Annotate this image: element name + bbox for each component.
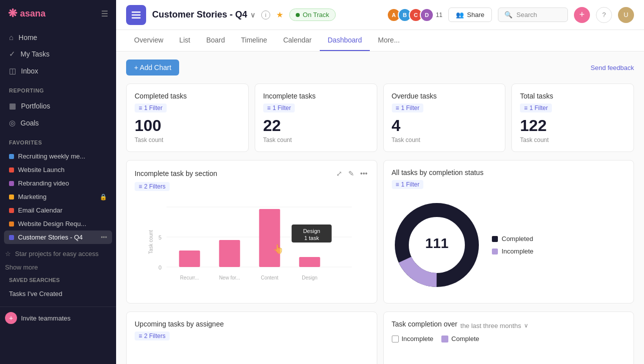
tab-board[interactable]: Board xyxy=(198,30,233,51)
legend-label: Incomplete xyxy=(502,248,534,255)
share-button[interactable]: 👥 Share xyxy=(448,8,492,22)
add-chart-label: + Add Chart xyxy=(134,64,171,72)
sidebar-item-fav-7[interactable]: Customer Stories - Q4 ••• xyxy=(4,230,112,244)
sidebar: ❋ asana ☰ ⌂ Home ✓ My Tasks ◫ Inbox Repo… xyxy=(0,0,116,364)
invite-teammates-button[interactable]: + Invite teammates xyxy=(0,306,116,329)
user-avatar[interactable]: U xyxy=(618,7,634,23)
project-icon xyxy=(126,5,146,25)
svg-rect-0 xyxy=(132,12,141,13)
color-dot xyxy=(9,154,14,159)
status-badge[interactable]: On Track xyxy=(289,8,336,21)
tasks-created-label: Tasks I've Created xyxy=(9,290,63,298)
filter-icon: ≡ xyxy=(139,332,142,340)
svg-text:Recurr...: Recurr... xyxy=(180,275,199,280)
sidebar-header: ❋ asana ☰ xyxy=(0,0,116,27)
help-button[interactable]: ? xyxy=(596,7,612,23)
chevron-down-icon[interactable]: ∨ xyxy=(250,11,255,19)
asana-dot-icon: ❋ xyxy=(8,7,17,20)
expand-icon[interactable]: ⤢ xyxy=(335,168,343,178)
completion-chart-header: Task completion over the last three mont… xyxy=(392,320,626,331)
page-header: Customer Stories - Q4 ∨ i ★ On Track A B… xyxy=(116,0,644,30)
svg-rect-9 xyxy=(179,250,200,267)
donut-chart-title: All tasks by completion status xyxy=(392,168,484,176)
send-feedback-link[interactable]: Send feedback xyxy=(590,64,634,72)
bar-chart-header: Incomplete task by section ⤢ ✎ ••• xyxy=(135,168,369,178)
bottom-charts-row: Upcoming tasks by assignee ≡ 2 Filters T… xyxy=(126,312,634,364)
tab-dashboard[interactable]: Dashboard xyxy=(320,30,370,51)
color-dot xyxy=(9,194,14,200)
check-icon: ✓ xyxy=(9,50,16,58)
svg-rect-13 xyxy=(259,209,280,267)
svg-text:0: 0 xyxy=(159,264,162,270)
tab-list[interactable]: List xyxy=(171,30,198,51)
sidebar-item-my-tasks[interactable]: ✓ My Tasks xyxy=(4,46,112,62)
more-icon[interactable]: ••• xyxy=(359,168,369,178)
filter-badge[interactable]: ≡ 1 Filter xyxy=(520,104,552,112)
sidebar-item-fav-6[interactable]: Website Design Requ... xyxy=(4,217,112,230)
legend-square xyxy=(441,336,448,342)
more-icon[interactable]: ••• xyxy=(101,234,107,241)
filter-badge[interactable]: ≡ 1 Filter xyxy=(392,104,424,112)
bar-chart-filter[interactable]: ≡ 2 Filters xyxy=(135,182,170,191)
filter-icon: ≡ xyxy=(396,104,399,112)
stat-card-incomplete: Incomplete tasks ≡ 1 Filter 22 Task coun… xyxy=(255,84,377,152)
edit-icon[interactable]: ✎ xyxy=(347,168,355,178)
donut-chart-header: All tasks by completion status xyxy=(392,168,626,176)
tab-more[interactable]: More... xyxy=(370,30,408,51)
invite-icon: + xyxy=(5,312,17,324)
sidebar-item-portfolios[interactable]: ▦ Portfolios xyxy=(4,98,112,114)
sidebar-toggle-button[interactable]: ☰ xyxy=(101,9,108,18)
sidebar-item-tasks-created[interactable]: Tasks I've Created xyxy=(4,287,112,300)
sidebar-item-fav-5[interactable]: Email Calendar xyxy=(4,204,112,217)
upcoming-chart-card: Upcoming tasks by assignee ≡ 2 Filters xyxy=(126,312,377,364)
sidebar-item-fav-1[interactable]: Recruiting weekly me... xyxy=(4,150,112,163)
sidebar-item-fav-4[interactable]: Marketing 🔒 xyxy=(4,190,112,204)
tab-timeline[interactable]: Timeline xyxy=(233,30,275,51)
star-projects-button[interactable]: ☆ Star projects for easy access xyxy=(0,246,116,262)
search-icon: 🔍 xyxy=(504,11,512,18)
filter-icon: ≡ xyxy=(396,181,399,188)
avatars-group: A B C D 11 xyxy=(387,8,442,22)
avatar: D xyxy=(420,8,434,22)
main-content: Customer Stories - Q4 ∨ i ★ On Track A B… xyxy=(116,0,644,364)
stat-label: Task count xyxy=(520,136,625,144)
tab-overview[interactable]: Overview xyxy=(126,30,171,51)
bar-chart-card: Incomplete task by section ⤢ ✎ ••• ≡ 2 F… xyxy=(126,160,377,304)
svg-text:Design: Design xyxy=(302,275,317,280)
info-icon[interactable]: i xyxy=(261,10,270,20)
filter-badge[interactable]: ≡ 1 Filter xyxy=(263,104,295,112)
sidebar-item-inbox[interactable]: ◫ Inbox xyxy=(4,62,112,80)
upcoming-filter[interactable]: ≡ 2 Filters xyxy=(135,332,170,340)
filter-label: 2 Filters xyxy=(144,332,166,340)
dashboard-content: + Add Chart Send feedback Completed task… xyxy=(116,52,644,364)
stat-label: Task count xyxy=(392,136,497,144)
stats-row: Completed tasks ≡ 1 Filter 100 Task coun… xyxy=(126,84,634,152)
svg-text:5: 5 xyxy=(159,234,162,240)
filter-badge[interactable]: ≡ 1 Filter xyxy=(135,104,167,112)
stat-card-completed: Completed tasks ≡ 1 Filter 100 Task coun… xyxy=(126,84,249,152)
donut-chart-filter[interactable]: ≡ 1 Filter xyxy=(392,180,424,189)
home-icon: ⌂ xyxy=(9,33,14,42)
filter-icon: ≡ xyxy=(139,183,142,190)
add-chart-button[interactable]: + Add Chart xyxy=(126,60,179,76)
show-more-button[interactable]: Show more xyxy=(0,262,116,273)
star-icon[interactable]: ★ xyxy=(276,10,283,20)
sidebar-item-goals[interactable]: ◎ Goals xyxy=(4,114,112,132)
donut-area: 111 Completed Incomplete xyxy=(392,195,626,295)
sidebar-item-home[interactable]: ⌂ Home xyxy=(4,29,112,46)
sidebar-item-fav-3[interactable]: Rebranding video xyxy=(4,176,112,190)
dropdown-icon[interactable]: ∨ xyxy=(524,322,528,329)
share-icon: 👥 xyxy=(456,11,464,18)
sidebar-item-fav-2[interactable]: Website Launch xyxy=(4,163,112,176)
donut-svg: 111 xyxy=(392,200,482,290)
color-dot xyxy=(9,222,14,226)
avatar-count: 11 xyxy=(436,12,442,18)
svg-rect-11 xyxy=(219,240,240,267)
svg-text:Content: Content xyxy=(261,275,278,280)
status-dot xyxy=(296,13,300,17)
bar-chart-svg: 0 5 Task count Recurr... New for... xyxy=(135,197,369,292)
legend-label: Incomplete xyxy=(402,335,434,342)
search-box[interactable]: 🔍 Search xyxy=(498,8,568,22)
tab-calendar[interactable]: Calendar xyxy=(275,30,320,51)
add-button[interactable]: + xyxy=(574,7,590,23)
